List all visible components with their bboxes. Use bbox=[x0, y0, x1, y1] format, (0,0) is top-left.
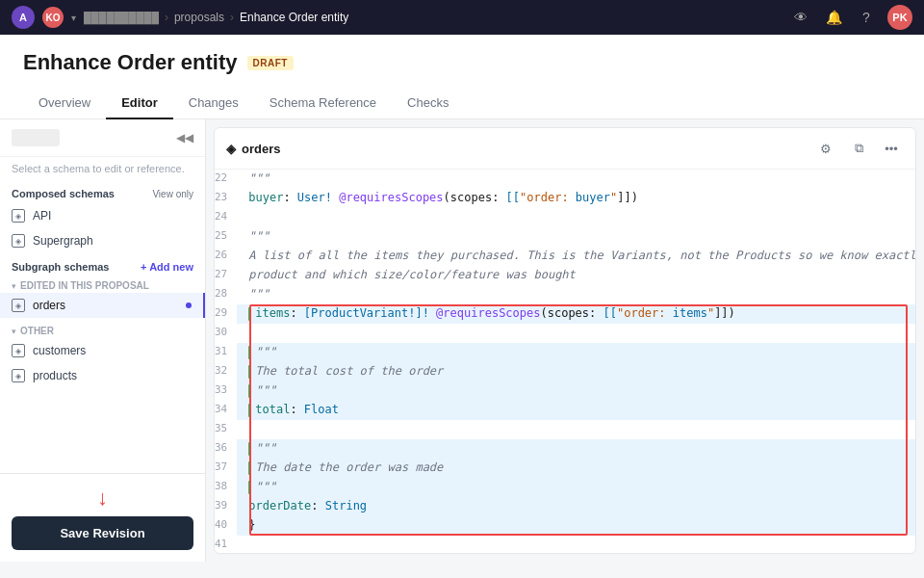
line-content bbox=[237, 420, 915, 439]
line-content: """ bbox=[237, 170, 915, 189]
api-schema-icon: ◈ bbox=[12, 209, 25, 223]
line-number: 25 bbox=[215, 227, 237, 247]
draft-badge: DRAFT bbox=[247, 56, 294, 70]
tab-checks[interactable]: Checks bbox=[392, 88, 464, 119]
line-number: 28 bbox=[215, 285, 237, 304]
line-number: 27 bbox=[215, 266, 237, 285]
nav-chevron[interactable]: ▾ bbox=[71, 13, 76, 23]
editor-actions: ⚙ ⧉ ••• bbox=[813, 136, 904, 161]
tab-bar: Overview Editor Changes Schema Reference… bbox=[23, 87, 901, 118]
line-content: """ bbox=[237, 478, 915, 497]
top-navigation: A KO ▾ ██████████ › proposals › Enhance … bbox=[0, 0, 924, 35]
line-content: } bbox=[237, 516, 915, 536]
more-icon[interactable]: ••• bbox=[879, 136, 904, 161]
products-schema-icon: ◈ bbox=[12, 369, 25, 382]
customers-schema-icon: ◈ bbox=[12, 344, 25, 357]
add-new-button[interactable]: + Add new bbox=[141, 261, 193, 273]
app-avatar[interactable]: A bbox=[12, 6, 35, 29]
tab-overview[interactable]: Overview bbox=[23, 88, 106, 119]
line-content: items: [ProductVariant!]! @requiresScope… bbox=[237, 304, 915, 324]
sidebar-item-api[interactable]: ◈ API bbox=[0, 203, 205, 228]
line-content: The date the order was made bbox=[237, 459, 915, 478]
tab-schema-reference[interactable]: Schema Reference bbox=[254, 88, 392, 119]
page-title: Enhance Order entity bbox=[23, 50, 238, 75]
line-content bbox=[237, 208, 915, 227]
sidebar-item-supergraph[interactable]: ◈ Supergraph bbox=[0, 228, 205, 253]
editor-title: ◈ orders bbox=[226, 142, 280, 156]
user-avatar[interactable]: PK bbox=[887, 5, 912, 30]
tab-changes[interactable]: Changes bbox=[173, 88, 254, 119]
line-number: 23 bbox=[215, 189, 237, 208]
line-content bbox=[237, 324, 915, 343]
main-layout: ◀◀ Select a schema to edit or reference.… bbox=[0, 119, 924, 562]
line-number: 35 bbox=[215, 420, 237, 439]
other-label: OTHER bbox=[20, 326, 54, 336]
eye-icon[interactable]: 👁 bbox=[789, 6, 812, 29]
sidebar-item-customers[interactable]: ◈ customers bbox=[0, 338, 205, 363]
help-icon[interactable]: ? bbox=[855, 6, 878, 29]
supergraph-schema-icon: ◈ bbox=[12, 234, 25, 248]
line-number: 32 bbox=[215, 362, 237, 381]
user-ko-avatar[interactable]: KO bbox=[42, 7, 64, 28]
view-only-label: View only bbox=[152, 189, 193, 199]
other-chevron: ▾ bbox=[12, 327, 16, 336]
line-content: """ bbox=[237, 227, 915, 247]
bell-icon[interactable]: 🔔 bbox=[822, 6, 845, 29]
line-content: The total cost of the order bbox=[237, 362, 915, 381]
line-number: 29 bbox=[215, 304, 237, 324]
save-revision-button[interactable]: Save Revision bbox=[12, 516, 193, 550]
breadcrumb: ██████████ › proposals › Enhance Order e… bbox=[84, 11, 782, 24]
line-content: buyer: User! @requiresScopes(scopes: [["… bbox=[237, 189, 915, 208]
top-nav-icons: 👁 🔔 ? PK bbox=[789, 5, 912, 30]
line-number: 36 bbox=[215, 439, 237, 459]
orders-schema-icon: ◈ bbox=[12, 299, 25, 312]
line-content: """ bbox=[237, 343, 915, 362]
other-section: ▾ OTHER ◈ customers ◈ products bbox=[0, 320, 205, 392]
editor-schema-icon: ◈ bbox=[226, 142, 236, 156]
edited-chevron: ▾ bbox=[12, 281, 16, 291]
page-header: Enhance Order entity DRAFT Overview Edit… bbox=[0, 35, 924, 119]
sidebar: ◀◀ Select a schema to edit or reference.… bbox=[0, 119, 206, 562]
line-number: 38 bbox=[215, 478, 237, 497]
tab-editor[interactable]: Editor bbox=[106, 88, 173, 119]
line-number: 37 bbox=[215, 459, 237, 478]
copy-icon[interactable]: ⧉ bbox=[846, 136, 871, 161]
line-number: 34 bbox=[215, 401, 237, 420]
line-number: 40 bbox=[215, 516, 237, 536]
settings-icon[interactable]: ⚙ bbox=[813, 136, 838, 161]
sidebar-item-orders[interactable]: ◈ orders bbox=[0, 293, 205, 318]
sidebar-bottom: ↓ Save Revision bbox=[0, 473, 205, 562]
collapse-icon[interactable]: ◀◀ bbox=[176, 131, 193, 144]
edited-label: EDITED IN THIS PROPOSAL bbox=[20, 280, 149, 291]
line-number: 33 bbox=[215, 381, 237, 401]
line-number: 24 bbox=[215, 208, 237, 227]
code-editor[interactable]: 22"""23buyer: User! @requiresScopes(scop… bbox=[215, 170, 915, 553]
edited-section: ▾ EDITED IN THIS PROPOSAL ◈ orders bbox=[0, 276, 205, 320]
line-content: """ bbox=[237, 285, 915, 304]
sidebar-item-products[interactable]: ◈ products bbox=[0, 363, 205, 388]
line-content: orderDate: String bbox=[237, 497, 915, 516]
sidebar-logo bbox=[12, 129, 60, 146]
line-number: 30 bbox=[215, 324, 237, 343]
line-content bbox=[237, 536, 915, 553]
line-content: """ bbox=[237, 381, 915, 401]
sidebar-header: ◀◀ bbox=[0, 119, 205, 157]
line-content: total: Float bbox=[237, 401, 915, 420]
line-number: 41 bbox=[215, 536, 237, 553]
line-content: """ bbox=[237, 439, 915, 459]
editor-area: ◈ orders ⚙ ⧉ ••• 22"""23buyer: User! @re… bbox=[214, 127, 916, 554]
arrow-down-icon: ↓ bbox=[97, 486, 108, 510]
line-number: 26 bbox=[215, 247, 237, 266]
editor-header: ◈ orders ⚙ ⧉ ••• bbox=[215, 128, 915, 170]
subgraph-schemas-header: Subgraph schemas + Add new bbox=[0, 253, 205, 276]
line-content: A list of all the items they purchased. … bbox=[237, 247, 915, 266]
sidebar-subtitle: Select a schema to edit or reference. bbox=[0, 157, 205, 180]
active-dot bbox=[186, 302, 192, 308]
composed-schemas-header: Composed schemas View only bbox=[0, 180, 205, 203]
line-number: 31 bbox=[215, 343, 237, 362]
line-content: product and which size/color/feature was… bbox=[237, 266, 915, 285]
code-table: 22"""23buyer: User! @requiresScopes(scop… bbox=[215, 170, 915, 553]
line-number: 22 bbox=[215, 170, 237, 189]
line-number: 39 bbox=[215, 497, 237, 516]
